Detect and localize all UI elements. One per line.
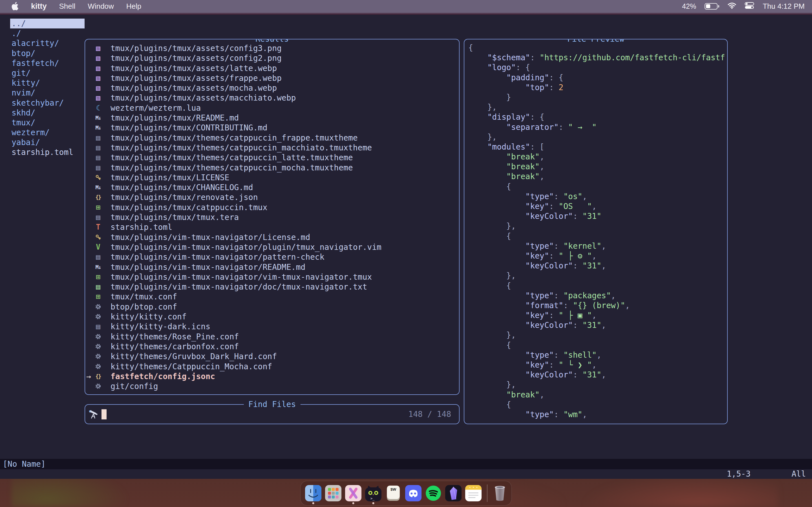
result-row[interactable]: {}tmux/plugins/tmux/renovate.json <box>85 192 459 202</box>
preview-code-line: "keyColor": "31", <box>468 370 726 380</box>
result-label: tmux/plugins/tmux/themes/catppuccin_macc… <box>110 143 372 152</box>
wifi-icon[interactable] <box>728 2 736 10</box>
telescope-icon <box>89 409 99 419</box>
netrw-entry[interactable]: ./ <box>10 29 85 38</box>
result-row[interactable]: ▧tmux/plugins/tmux/assets/frappe.webp <box>85 73 459 83</box>
menubar-menu-help[interactable]: Help <box>126 2 141 11</box>
dock-pinkapp-icon[interactable] <box>345 485 361 501</box>
telescope-prompt-panel[interactable]: Find Files 148 / 148 <box>85 404 460 424</box>
result-row[interactable]: ▧tmux/plugins/tmux/assets/macchiato.webp <box>85 93 459 103</box>
netrw-entry[interactable]: yabai/ <box>10 137 85 147</box>
result-label: tmux/plugins/tmux/tmux.tera <box>110 213 239 222</box>
gear-file-icon <box>93 312 104 322</box>
image-file-icon: ▧ <box>93 63 104 73</box>
netrw-entry[interactable]: alacritty/ <box>10 38 85 48</box>
dock-kitty-icon[interactable]: >_ <box>365 485 382 501</box>
result-label: tmux/plugins/tmux/themes/catppuccin_frap… <box>110 133 358 143</box>
kitty-terminal-window: .././alacritty/btop/fastfetch/git/kitty/… <box>0 15 812 479</box>
result-row[interactable]: ▤tmux/plugins/tmux/themes/catppuccin_mac… <box>85 143 459 153</box>
preview-code-line: }, <box>468 221 726 231</box>
menubar-menu-shell[interactable]: Shell <box>59 2 75 11</box>
apple-menu-icon[interactable] <box>11 2 18 10</box>
result-label: tmux/tmux.conf <box>110 292 177 301</box>
netrw-entry[interactable]: btop/ <box>10 48 85 58</box>
dock-launchpad-icon[interactable] <box>325 485 342 501</box>
result-row[interactable]: git/config <box>85 381 459 391</box>
result-label: tmux/plugins/tmux/assets/macchiato.webp <box>110 93 296 103</box>
battery-icon[interactable] <box>705 3 719 10</box>
netrw-entry[interactable]: skhd/ <box>10 108 85 118</box>
result-row[interactable]: Tstarship.toml <box>85 222 459 232</box>
preview-code-line: { <box>468 182 726 191</box>
result-row[interactable]: Vtmux/plugins/vim-tmux-navigator/plugin/… <box>85 242 459 252</box>
preview-code-line: "type": "os", <box>468 191 726 202</box>
image-file-icon: ▧ <box>93 73 104 83</box>
result-row[interactable]: →{}fastfetch/config.jsonc <box>85 372 459 381</box>
result-row[interactable]: tmux/plugins/tmux/LICENSE <box>85 173 459 182</box>
result-row[interactable]: ☾wezterm/wezterm.lua <box>85 103 459 113</box>
preview-code-line: "keyColor": "31", <box>468 320 726 330</box>
result-label: tmux/plugins/tmux/assets/latte.webp <box>110 64 277 73</box>
netrw-entry[interactable]: starship.toml <box>10 147 85 157</box>
result-label: tmux/plugins/tmux/README.md <box>110 113 239 122</box>
result-row[interactable]: kitty/themes/Catppuccin_Mocha.conf <box>85 362 459 372</box>
doc-file-icon: ▤ <box>93 133 104 143</box>
result-row[interactable]: ▤tmux/plugins/tmux/themes/catppuccin_moc… <box>85 163 459 173</box>
result-row[interactable]: ▤tmux/plugins/tmux/tmux.tera <box>85 212 459 222</box>
netrw-entry[interactable]: nvim/ <box>10 88 85 98</box>
result-row[interactable]: M↓tmux/plugins/tmux/CONTRIBUTING.md <box>85 123 459 133</box>
result-row[interactable]: btop/btop.conf <box>85 302 459 312</box>
result-row[interactable]: kitty/themes/Rose_Pine.conf <box>85 332 459 342</box>
result-row[interactable]: M↓tmux/plugins/tmux/README.md <box>85 113 459 123</box>
dock-notes-icon[interactable] <box>465 485 481 501</box>
result-row[interactable]: ▤tmux/plugins/vim-tmux-navigator/pattern… <box>85 252 459 262</box>
vim-file-icon: V <box>93 242 104 252</box>
netrw-entry[interactable]: git/ <box>10 68 85 78</box>
dock-finder-icon[interactable] <box>305 485 321 501</box>
result-label: tmux/plugins/tmux/CHANGELOG.md <box>110 183 253 192</box>
result-row[interactable]: ▧tmux/plugins/tmux/assets/config3.png <box>85 43 459 53</box>
control-center-icon[interactable] <box>745 2 754 10</box>
result-label: kitty/themes/Catppuccin_Mocha.conf <box>110 362 272 371</box>
menubar-clock[interactable]: Thu 4:12 PM <box>763 2 805 11</box>
dock-trash-icon[interactable] <box>493 485 507 501</box>
preview-code-line: }, <box>468 102 726 112</box>
result-row[interactable]: ▤tmux/plugins/vim-tmux-navigator/doc/tmu… <box>85 282 459 292</box>
result-row[interactable]: ▤tmux/plugins/tmux/themes/catppuccin_lat… <box>85 153 459 163</box>
dock-discord-icon[interactable] <box>405 485 421 501</box>
result-row[interactable]: ⊞tmux/plugins/tmux/catppuccin.tmux <box>85 203 459 212</box>
result-row[interactable]: kitty/themes/carbonfox.conf <box>85 342 459 351</box>
netrw-entry[interactable]: wezterm/ <box>10 128 85 137</box>
dock-keycap-icon[interactable]: $W <box>385 485 402 501</box>
result-row[interactable]: ⊞tmux/plugins/vim-tmux-navigator/vim-tmu… <box>85 272 459 282</box>
result-row[interactable]: M↓tmux/plugins/tmux/CHANGELOG.md <box>85 182 459 192</box>
dock-spotify-icon[interactable] <box>425 485 442 501</box>
result-row[interactable]: tmux/plugins/vim-tmux-navigator/License.… <box>85 232 459 242</box>
docg-file-icon: ▤ <box>93 282 104 292</box>
results-counter: 148 / 148 <box>408 409 451 419</box>
doc-file-icon: ▤ <box>93 143 104 153</box>
netrw-entry[interactable]: ../ <box>10 18 85 29</box>
md-file-icon: M↓ <box>93 113 104 123</box>
netrw-entry[interactable]: tmux/ <box>10 118 85 128</box>
result-row[interactable]: M↓tmux/plugins/vim-tmux-navigator/README… <box>85 262 459 272</box>
prompt-cursor[interactable] <box>101 409 107 419</box>
menubar-menu-window[interactable]: Window <box>88 2 114 11</box>
result-row[interactable]: ▤tmux/plugins/tmux/themes/catppuccin_fra… <box>85 133 459 143</box>
lua-file-icon: ☾ <box>93 103 104 113</box>
netrw-entry[interactable]: fastfetch/ <box>10 58 85 68</box>
netrw-entry[interactable]: kitty/ <box>10 78 85 88</box>
preview-code-line: "type": "shell", <box>468 350 726 360</box>
result-row[interactable]: kitty/themes/Gruvbox_Dark_Hard.conf <box>85 351 459 361</box>
preview-code-line: { <box>468 400 726 409</box>
result-row[interactable]: ▤kitty/kitty-dark.icns <box>85 322 459 332</box>
menubar-app-name[interactable]: kitty <box>31 2 47 11</box>
result-row[interactable]: ▧tmux/plugins/tmux/assets/mocha.webp <box>85 83 459 93</box>
result-row[interactable]: ▧tmux/plugins/tmux/assets/latte.webp <box>85 63 459 73</box>
result-row[interactable]: kitty/kitty.conf <box>85 312 459 322</box>
dock-obsidian-icon[interactable] <box>445 485 462 501</box>
result-row[interactable]: ⊞tmux/tmux.conf <box>85 292 459 302</box>
netrw-entry[interactable]: sketchybar/ <box>10 98 85 108</box>
result-row[interactable]: ▧tmux/plugins/tmux/assets/config2.png <box>85 53 459 63</box>
preview-code-line: "keyColor": "31", <box>468 261 726 271</box>
